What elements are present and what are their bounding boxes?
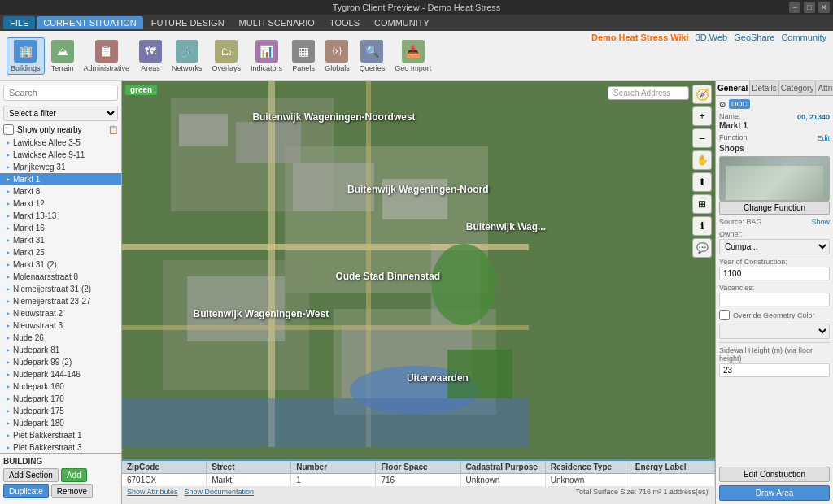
show-attributes-link[interactable]: Show Attributes (127, 488, 178, 496)
menu-future-design[interactable]: FUTURE DESIGN (145, 16, 231, 29)
chat-tool[interactable]: 💬 (692, 238, 712, 258)
list-item[interactable]: ▸Nieuwstraat 3 (0, 319, 121, 332)
edit-construction-button[interactable]: Edit Construction (719, 467, 830, 482)
cell-residence: Unknown (546, 474, 630, 486)
draw-area-button[interactable]: Draw Area (719, 485, 830, 501)
ribbon-btn-panels[interactable]: ▦ Panels (289, 38, 318, 74)
list-item[interactable]: ▸Markt 12 (0, 198, 121, 210)
list-item[interactable]: ▸Nudepark 175 (0, 405, 121, 417)
year-input[interactable] (719, 267, 830, 280)
menu-current-situation[interactable]: CURRENT SITUATION (37, 16, 143, 29)
add-section-button[interactable]: Add Section (3, 468, 59, 482)
compass-tool[interactable]: 🧭 (692, 85, 712, 104)
ribbon-btn-geoimport[interactable]: 📥 Geo Import (391, 38, 434, 74)
ribbon-link-community[interactable]: Community (781, 33, 826, 42)
list-item[interactable]: ▸Nudepark 160 (0, 380, 121, 393)
ribbon-btn-overlays[interactable]: 🗂 Overlays (209, 38, 245, 74)
list-item[interactable]: ▸Markt 16 (0, 222, 121, 234)
right-panel: General Details Category Attributes ⊙ DO… (715, 81, 833, 504)
list-item[interactable]: ▸Nudepark 180 (0, 417, 121, 429)
ribbon-btn-globals[interactable]: {x} Globals (321, 38, 353, 74)
sidewall-input[interactable] (719, 363, 830, 377)
list-item[interactable]: ▸Nudepark 144-146 (0, 368, 121, 380)
ribbon: 🏢 Buildings ⛰ Terrain 📋 Administrative 🗺… (0, 31, 833, 81)
ribbon-btn-indicators[interactable]: 📊 Indicators (247, 38, 286, 74)
list-item[interactable]: ▸Markt 31 (2) (0, 259, 121, 271)
tab-attributes[interactable]: Attributes (816, 81, 833, 95)
show-link[interactable]: Show (811, 218, 830, 227)
ribbon-link-geoshare[interactable]: GeoShare (734, 33, 774, 42)
vacancy-input[interactable] (719, 293, 830, 306)
ribbon-link-3dweb[interactable]: 3D.Web (696, 33, 728, 42)
vacancy-row: Vacancies: (719, 284, 830, 306)
tab-general[interactable]: General (716, 81, 750, 95)
add-button[interactable]: Add (61, 468, 87, 482)
list-item[interactable]: ▸Markt 13-13 (0, 210, 121, 222)
zoom-in-tool[interactable]: + (692, 106, 712, 126)
zoom-out-tool[interactable]: – (692, 128, 712, 148)
list-item[interactable]: ▸Molenaarsstraat 8 (0, 271, 121, 283)
menu-multi-scenario[interactable]: MULTI-SCENARIO (233, 16, 321, 29)
search-address-input[interactable]: Search Address (608, 86, 689, 100)
ribbon-btn-buildings[interactable]: 🏢 Buildings (7, 37, 45, 75)
admin-icon: 📋 (95, 40, 118, 63)
vacancy-label: Vacancies: (719, 284, 830, 292)
list-item[interactable]: ▸Nieuwstraat 2 (0, 307, 121, 319)
list-item[interactable]: ▸Marijkeweg 31 (0, 161, 121, 173)
building-img-inner (726, 166, 824, 200)
list-item[interactable]: ▸Markt 31 (0, 234, 121, 246)
ribbon-btn-queries[interactable]: 🔍 Queries (356, 38, 389, 74)
color-select[interactable] (719, 324, 830, 339)
maximize-button[interactable]: □ (804, 2, 815, 13)
menu-community[interactable]: COMMUNITY (368, 16, 436, 29)
window-controls[interactable]: – □ ✕ (789, 2, 830, 13)
override-color-checkbox[interactable] (719, 310, 730, 320)
select-tool[interactable]: ⬆ (692, 172, 712, 192)
owner-select[interactable]: Compa... (719, 239, 830, 254)
close-button[interactable]: ✕ (818, 2, 830, 13)
demo-link[interactable]: Demo Heat Stress Wiki (591, 33, 689, 42)
map-viewer[interactable]: green Buitenwijk Wageningen-Noordwest Bu… (122, 81, 715, 459)
list-item[interactable]: ▸Piet Bakkerstraat 3 (0, 441, 121, 453)
pan-tool[interactable]: ✋ (692, 150, 712, 170)
color-select-row (719, 324, 830, 339)
tab-details[interactable]: Details (750, 81, 779, 95)
buildings-icon: 🏢 (14, 40, 37, 63)
tab-category[interactable]: Category (779, 81, 817, 95)
list-item[interactable]: ▸Markt 8 (0, 185, 121, 198)
list-item[interactable]: ▸Nudepark 99 (2) (0, 356, 121, 368)
nearby-checkbox[interactable] (3, 124, 14, 135)
right-panel-tabs: General Details Category Attributes (716, 81, 833, 96)
list-item[interactable]: ▸Nudepark 81 (0, 344, 121, 356)
info-tool[interactable]: ℹ (692, 216, 712, 236)
list-item[interactable]: ▸Niemeijerstraat 23-27 (0, 295, 121, 307)
nearby-icon: 📋 (108, 125, 118, 134)
name-id-value: 00, 21340 (797, 113, 830, 121)
list-item[interactable]: ▸Piet Bakkerstraat 1 (0, 429, 121, 441)
ribbon-btn-areas[interactable]: 🗺 Areas (136, 38, 165, 74)
search-input[interactable] (3, 85, 118, 101)
list-item-markt1[interactable]: ▸Markt 1 (0, 173, 121, 185)
layers-tool[interactable]: ⊞ (692, 194, 712, 214)
list-item[interactable]: ▸Nudepark 170 (0, 393, 121, 405)
filter-select[interactable]: Select a filter (3, 106, 118, 121)
ribbon-btn-networks[interactable]: 🔗 Networks (168, 38, 206, 74)
list-item[interactable]: ▸Lawickse Allee 3-5 (0, 137, 121, 149)
minimize-button[interactable]: – (789, 2, 800, 13)
list-item[interactable]: ▸Niemeijerstraat 31 (2) (0, 283, 121, 295)
menu-tools[interactable]: TOOLS (323, 16, 366, 29)
change-function-button[interactable]: Change Function (719, 201, 830, 215)
list-item[interactable]: ▸Lawickse Allee 9-11 (0, 149, 121, 161)
ribbon-btn-admin[interactable]: 📋 Administrative (81, 38, 133, 74)
show-documentation-link[interactable]: Show Documentation (185, 488, 255, 496)
edit-link[interactable]: Edit (817, 134, 830, 142)
owner-label: Owner: (719, 230, 830, 238)
list-item[interactable]: ▸Nude 26 (0, 332, 121, 344)
col-residence: Residence Type (546, 461, 630, 473)
city-label-w: Buitenwijk Wageningen-West (193, 308, 329, 319)
remove-button[interactable]: Remove (51, 484, 93, 498)
ribbon-btn-terrain[interactable]: ⛰ Terrain (48, 38, 77, 74)
duplicate-button[interactable]: Duplicate (3, 484, 49, 498)
menu-file[interactable]: FILE (3, 16, 35, 29)
list-item[interactable]: ▸Markt 25 (0, 246, 121, 259)
